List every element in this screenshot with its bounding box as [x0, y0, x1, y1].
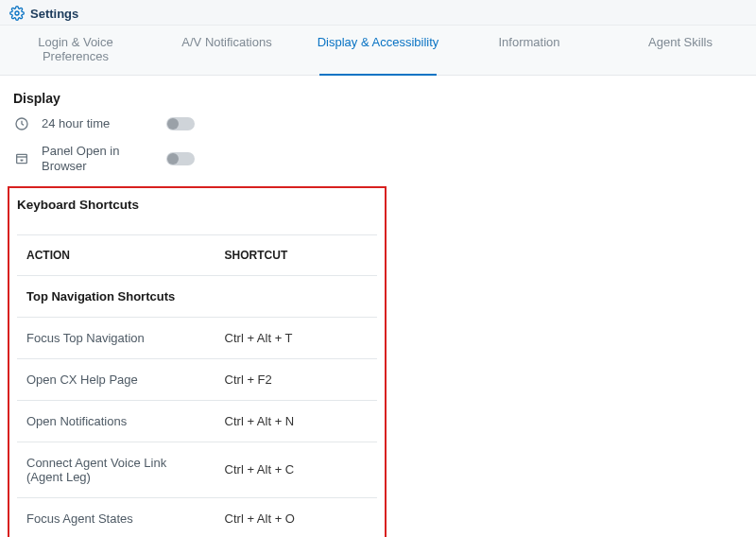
tab-login-voice-preferences[interactable]: Login & Voice Preferences: [0, 26, 151, 75]
tab-a-v-notifications[interactable]: A/V Notifications: [151, 26, 302, 75]
shortcut-action: Open CX Help Page: [17, 358, 215, 400]
shortcut-group-row: Top Navigation Shortcuts: [17, 275, 377, 317]
shortcut-group-label: Top Navigation Shortcuts: [17, 275, 377, 317]
keyboard-shortcuts-title: Keyboard Shortcuts: [17, 198, 377, 212]
setting-label: 24 hour time: [42, 116, 155, 131]
shortcut-action: Open Notifications: [17, 400, 215, 442]
shortcut-action: Focus Top Navigation: [17, 317, 215, 358]
page-header: Settings: [0, 0, 756, 26]
panel-open-icon: [13, 150, 30, 167]
svg-point-0: [15, 11, 19, 15]
tab-information[interactable]: Information: [454, 26, 605, 75]
shortcut-key: Ctrl + F2: [215, 358, 377, 400]
table-row: Focus Agent StatesCtrl + Alt + O: [17, 497, 377, 537]
shortcut-key: Ctrl + Alt + O: [215, 497, 377, 537]
table-row: Open CX Help PageCtrl + F2: [17, 358, 377, 400]
column-header-action: ACTION: [17, 234, 215, 275]
setting-panel-open-in-browser: Panel Open in Browser: [13, 144, 387, 175]
toggle-panel-open-in-browser[interactable]: [166, 152, 195, 165]
table-row: Connect Agent Voice Link (Agent Leg)Ctrl…: [17, 442, 377, 497]
gear-icon: [9, 6, 25, 21]
svg-rect-2: [17, 155, 27, 164]
column-header-shortcut: SHORTCUT: [215, 234, 377, 275]
keyboard-shortcuts-table: ACTION SHORTCUT Top Navigation Shortcuts…: [17, 234, 377, 538]
setting-label: Panel Open in Browser: [42, 144, 155, 175]
shortcut-action: Connect Agent Voice Link (Agent Leg): [17, 442, 215, 497]
setting-24-hour-time: 24 hour time: [13, 115, 387, 132]
display-section-title: Display: [13, 91, 387, 106]
toggle-24-hour-time[interactable]: [166, 117, 195, 130]
keyboard-shortcuts-highlight: Keyboard Shortcuts ACTION SHORTCUT Top N…: [8, 186, 387, 538]
tab-display-accessibility[interactable]: Display & Accessibility: [302, 26, 454, 75]
shortcut-key: Ctrl + Alt + C: [215, 442, 377, 497]
tab-bar: Login & Voice PreferencesA/V Notificatio…: [0, 26, 756, 76]
page-title: Settings: [30, 7, 78, 21]
shortcut-action: Focus Agent States: [17, 497, 215, 537]
clock-icon: [13, 115, 30, 132]
table-row: Focus Top NavigationCtrl + Alt + T: [17, 317, 377, 358]
shortcut-key: Ctrl + Alt + N: [215, 400, 377, 442]
tab-agent-skills[interactable]: Agent Skills: [605, 26, 756, 75]
table-row: Open NotificationsCtrl + Alt + N: [17, 400, 377, 442]
shortcut-key: Ctrl + Alt + T: [215, 317, 377, 358]
